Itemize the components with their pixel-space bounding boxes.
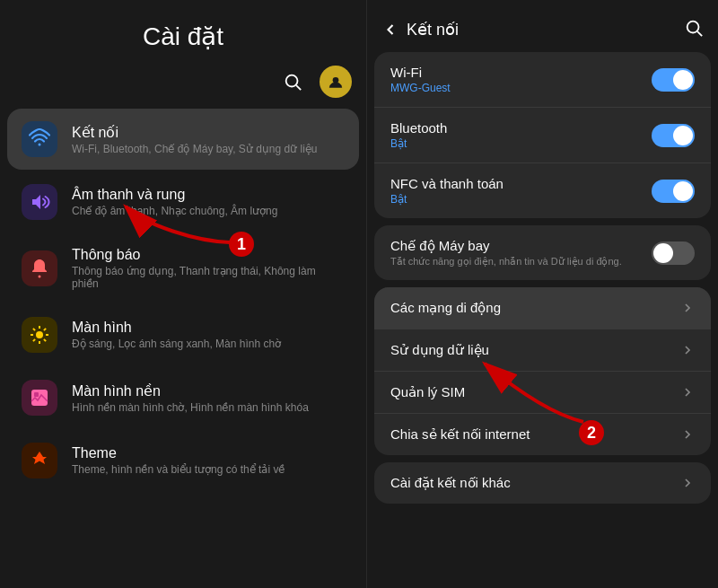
header-search-button[interactable] [684,18,704,41]
svg-line-1 [296,85,301,90]
notification-icon [22,250,57,286]
chevron-right-icon-4 [680,427,695,442]
sound-icon [22,184,57,220]
bluetooth-subtitle: Bật [390,137,447,150]
am-thanh-text: Âm thanh và rung Chế độ âm thanh, Nhạc c… [72,187,277,217]
cai-dat-khac-title: Cài đặt kết nối khác [390,475,511,491]
thong-bao-title: Thông báo [72,247,345,263]
am-thanh-subtitle: Chế độ âm thanh, Nhạc chuông, Âm lượng [72,205,277,217]
su-dung-row[interactable]: Sử dụng dữ liệu [374,329,711,372]
airplane-title: Chế độ Máy bay [390,238,622,254]
thong-bao-subtitle: Thông báo ứng dụng, Thanh trạng thái, Kh… [72,265,345,290]
airplane-row[interactable]: Chế độ Máy bay Tắt chức năng gọi điện, n… [374,225,711,280]
wallpaper-icon [22,380,57,416]
header-title: Kết nối [407,20,459,39]
theme-title: Theme [72,445,285,461]
svg-point-0 [286,75,298,87]
man-hinh-subtitle: Độ sáng, Lọc ánh sáng xanh, Màn hình chờ [72,338,281,350]
svg-line-13 [33,339,35,341]
sidebar-item-thong-bao[interactable]: Thông báo Thông báo ứng dụng, Thanh trạn… [7,234,359,303]
svg-marker-4 [32,195,40,209]
man-hinh-nen-title: Màn hình nền [72,382,309,399]
other-section: Cài đặt kết nối khác [374,462,711,504]
chia-se-title: Chia sẻ kết nối internet [390,426,530,443]
sidebar-item-ket-noi[interactable]: Kết nối Wi-Fi, Bluetooth, Chế độ Máy bay… [7,109,359,170]
nfc-toggle[interactable] [652,180,695,203]
thong-bao-text: Thông báo Thông báo ứng dụng, Thanh trạn… [72,247,345,290]
wifi-icon [22,121,57,157]
right-header: Kết nối [367,0,718,52]
mobile-section: Các mạng di động Sử dụng dữ liệu Quản lý… [374,287,711,455]
bluetooth-toggle[interactable] [652,124,695,147]
left-panel: Cài đặt [0,0,366,588]
svg-line-14 [44,329,46,330]
chevron-right-icon [680,301,695,315]
chevron-right-icon-5 [680,476,695,490]
cai-dat-khac-row[interactable]: Cài đặt kết nối khác [374,462,711,504]
theme-subtitle: Theme, hình nền và biểu tượng có thể tải… [72,463,285,476]
page-title: Cài đặt [0,0,366,66]
man-hinh-title: Màn hình [72,320,281,336]
wifi-toggle[interactable] [652,68,695,92]
quan-ly-sim-row[interactable]: Quản lý SIM [374,372,711,414]
nfc-subtitle: Bật [390,193,503,206]
man-hinh-nen-subtitle: Hình nền màn hình chờ, Hình nền màn hình… [72,401,309,414]
airplane-toggle[interactable] [652,241,695,265]
ket-noi-title: Kết nối [72,124,318,141]
theme-icon [22,443,57,478]
right-panel: Kết nối Wi-Fi MWG-Guest Blue [366,0,718,588]
theme-text: Theme Theme, hình nền và biểu tượng có t… [72,445,285,476]
ket-noi-text: Kết nối Wi-Fi, Bluetooth, Chế độ Máy bay… [72,124,318,155]
sidebar-item-man-hinh-nen[interactable]: Màn hình nền Hình nền màn hình chờ, Hình… [7,367,359,428]
man-hinh-nen-text: Màn hình nền Hình nền màn hình chờ, Hình… [72,382,309,414]
svg-line-11 [33,329,35,330]
nfc-title: NFC và thanh toán [390,176,503,191]
svg-rect-16 [34,392,39,397]
man-hinh-text: Màn hình Độ sáng, Lọc ánh sáng xanh, Màn… [72,320,281,350]
connectivity-section: Wi-Fi MWG-Guest Bluetooth Bật NFC và t [374,52,711,218]
su-dung-title: Sử dụng dữ liệu [390,342,489,358]
airplane-section: Chế độ Máy bay Tắt chức năng gọi điện, n… [374,225,711,280]
bluetooth-row[interactable]: Bluetooth Bật [374,108,711,163]
sidebar-item-am-thanh[interactable]: Âm thanh và rung Chế độ âm thanh, Nhạc c… [7,171,359,233]
am-thanh-title: Âm thanh và rung [72,187,277,203]
display-icon [22,317,57,353]
search-button[interactable] [276,66,309,98]
wifi-title: Wi-Fi [390,65,451,80]
right-content: Wi-Fi MWG-Guest Bluetooth Bật NFC và t [367,52,718,588]
sidebar-item-man-hinh[interactable]: Màn hình Độ sáng, Lọc ánh sáng xanh, Màn… [7,304,359,365]
svg-point-3 [39,144,41,146]
svg-point-6 [36,331,43,338]
wifi-row[interactable]: Wi-Fi MWG-Guest [374,52,711,108]
chia-se-row[interactable]: Chia sẻ kết nối internet [374,414,711,455]
back-button[interactable]: Kết nối [381,20,459,39]
sidebar-item-theme[interactable]: Theme Theme, hình nền và biểu tượng có t… [7,430,359,491]
bluetooth-title: Bluetooth [390,120,447,136]
svg-line-12 [44,339,46,341]
svg-point-17 [687,22,699,33]
quan-ly-sim-title: Quản lý SIM [390,384,465,400]
avatar[interactable] [320,66,352,98]
left-toolbar [0,66,366,109]
svg-point-5 [39,276,41,278]
svg-line-18 [697,31,702,36]
chevron-right-icon-3 [680,385,695,399]
nfc-row[interactable]: NFC và thanh toán Bật [374,163,711,218]
settings-list: Kết nối Wi-Fi, Bluetooth, Chế độ Máy bay… [0,109,366,491]
cac-mang-title: Các mạng di động [390,300,501,316]
wifi-subtitle: MWG-Guest [390,82,451,94]
airplane-subtitle: Tắt chức năng gọi điện, nhắn tin và Dữ l… [390,256,622,268]
cac-mang-row[interactable]: Các mạng di động [374,287,711,329]
chevron-right-icon-2 [680,343,695,357]
ket-noi-subtitle: Wi-Fi, Bluetooth, Chế độ Máy bay, Sử dụn… [72,143,318,155]
